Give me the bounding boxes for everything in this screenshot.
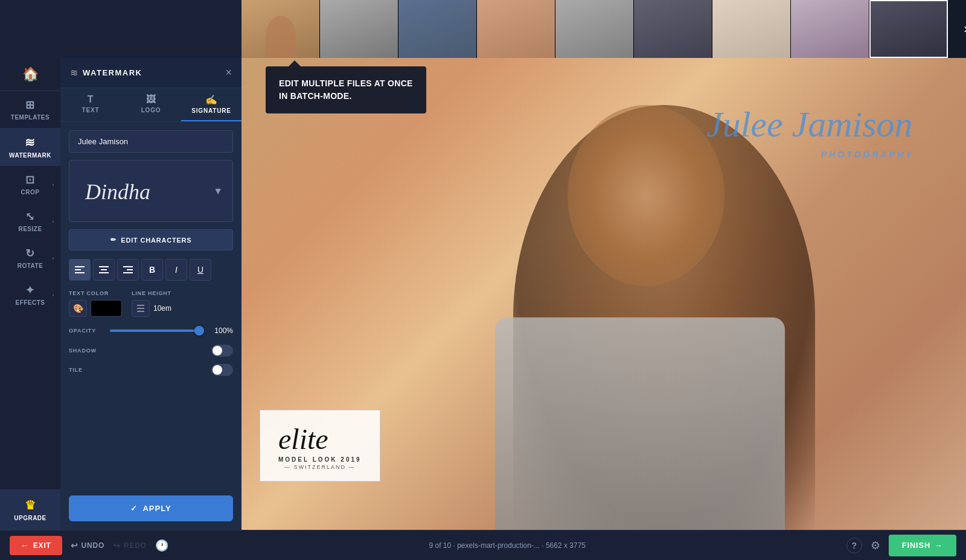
line-height-value: 10em	[153, 304, 171, 313]
batch-mode-tooltip: EDIT MULTIPLE FILES AT ONCE IN BATCH-MOD…	[266, 66, 426, 113]
signature-tab-icon: ✍	[205, 94, 218, 106]
rotate-arrow-icon: ›	[53, 255, 55, 261]
tab-text[interactable]: T TEXT	[60, 88, 121, 121]
elite-sub-text: MODEL LOOK 2019	[278, 456, 362, 463]
tooltip-line2: IN BATCH-MODE.	[279, 91, 352, 101]
resize-icon: ⤡	[25, 210, 35, 223]
signature-preview: Dindha	[79, 170, 176, 212]
file-info-text: 9 of 10 · pexels-mart-production-... · 5…	[429, 541, 586, 550]
help-button[interactable]: ?	[846, 538, 862, 553]
align-right-button[interactable]	[117, 259, 139, 281]
rotate-label: ROTATE	[18, 262, 43, 269]
exit-button[interactable]: ← EXIT	[10, 536, 62, 555]
align-left-button[interactable]	[69, 259, 91, 281]
text-color-group: TEXT COLOR 🎨	[69, 290, 122, 317]
close-panel-button[interactable]: ×	[225, 66, 232, 79]
underline-button[interactable]: U	[190, 259, 211, 281]
italic-button[interactable]: I	[165, 259, 187, 281]
rotate-icon: ↻	[25, 247, 35, 260]
signature-display[interactable]: Dindha ▼	[69, 160, 233, 222]
history-button[interactable]: 🕐	[155, 539, 168, 552]
opacity-value: 100%	[209, 326, 233, 335]
color-picker-button[interactable]: 🎨	[69, 300, 87, 317]
shadow-row: SHADOW	[69, 345, 233, 357]
redo-label: REDO	[124, 541, 147, 550]
tooltip-arrow	[289, 60, 301, 66]
redo-icon: ↪	[113, 541, 121, 550]
sidebar-item-crop[interactable]: ⊡ CROP ›	[0, 166, 60, 203]
templates-label: TEMPLATES	[11, 114, 50, 121]
pencil-icon: ✏	[110, 236, 117, 244]
sidebar-item-upgrade[interactable]: ♛ UPGRADE	[0, 489, 60, 530]
sidebar-item-templates[interactable]: ⊞ TEMPLATES	[0, 91, 60, 128]
exit-label: EXIT	[33, 541, 51, 550]
text-tab-label: TEXT	[82, 107, 100, 113]
tab-signature[interactable]: ✍ SIGNATURE	[181, 88, 242, 121]
opacity-row: OPACITY 100%	[69, 326, 233, 335]
tile-label: TILE	[69, 367, 83, 373]
thumbnail-2[interactable]	[320, 0, 398, 58]
tile-toggle-knob	[213, 365, 222, 375]
signature-tab-label: SIGNATURE	[191, 107, 231, 114]
tile-toggle[interactable]	[211, 364, 233, 376]
thumbnail-1[interactable]	[242, 0, 320, 58]
thumbnail-5[interactable]	[555, 0, 634, 58]
thumbnail-3[interactable]	[398, 0, 477, 58]
templates-icon: ⊞	[25, 98, 35, 112]
resize-label: RESIZE	[18, 226, 42, 232]
upgrade-label: UPGRADE	[14, 515, 46, 521]
sidebar-item-watermark[interactable]: ≋ WATERMARK	[0, 128, 60, 166]
watermark-panel-header: ≋ WATERMARK ×	[60, 58, 242, 88]
shadow-toggle[interactable]	[211, 345, 233, 357]
thumbnail-4[interactable]	[477, 0, 555, 58]
line-height-group: LINE HEIGHT 10em	[132, 290, 171, 317]
sidebar: 🏠 ⊞ TEMPLATES ≋ WATERMARK ⊡ CROP › ⤡ RE	[0, 58, 60, 530]
apply-label: APPLY	[142, 504, 171, 513]
upgrade-icon: ♛	[25, 498, 36, 512]
thumbnail-6[interactable]	[634, 0, 712, 58]
tab-logo[interactable]: 🖼 LOGO	[121, 88, 181, 121]
sidebar-item-rotate[interactable]: ↻ ROTATE ›	[0, 240, 60, 276]
undo-button[interactable]: ↩ UNDO	[71, 541, 104, 550]
effects-label: EFFECTS	[15, 299, 45, 306]
line-height-label: LINE HEIGHT	[132, 290, 171, 296]
opacity-slider[interactable]	[110, 329, 203, 332]
file-info: 9 of 10 · pexels-mart-production-... · 5…	[177, 541, 838, 550]
watermark-panel-title: WATERMARK	[83, 68, 142, 77]
shadow-label: SHADOW	[69, 348, 97, 354]
finish-label: FINISH	[902, 541, 930, 550]
thumbnail-9[interactable]	[869, 0, 948, 58]
settings-button[interactable]: ⚙	[871, 539, 880, 552]
line-height-icon-btn[interactable]	[132, 300, 150, 317]
elite-badge: elite MODEL LOOK 2019 — SWITZERLAND —	[260, 410, 380, 482]
effects-arrow-icon: ›	[53, 292, 55, 298]
redo-button[interactable]: ↪ REDO	[113, 541, 147, 550]
opacity-thumb[interactable]	[194, 326, 204, 336]
tile-row: TILE	[69, 364, 233, 376]
color-swatch[interactable]	[91, 300, 122, 317]
name-input[interactable]	[69, 130, 233, 153]
align-center-button[interactable]	[93, 259, 115, 281]
text-color-label: TEXT COLOR	[69, 290, 122, 296]
sidebar-item-home[interactable]: 🏠	[0, 58, 60, 91]
thumbnail-7[interactable]	[712, 0, 791, 58]
more-button[interactable]: ›	[948, 0, 966, 58]
logo-tab-label: LOGO	[141, 107, 161, 113]
undo-icon: ↩	[71, 541, 78, 550]
bold-button[interactable]: B	[141, 259, 163, 281]
panel-content: Dindha ▼ ✏ EDIT CHARACTERS	[60, 122, 242, 530]
edit-chars-label: EDIT CHARACTERS	[121, 237, 191, 244]
crop-label: CROP	[21, 189, 40, 196]
edit-characters-button[interactable]: ✏ EDIT CHARACTERS	[69, 229, 233, 250]
effects-icon: ✦	[25, 284, 35, 297]
sidebar-item-resize[interactable]: ⤡ RESIZE ›	[0, 203, 60, 240]
svg-text:Dindha: Dindha	[85, 180, 150, 204]
exit-arrow-icon: ←	[21, 541, 30, 550]
elite-country-text: — SWITZERLAND —	[278, 464, 362, 470]
apply-button[interactable]: ✓ APPLY	[69, 495, 233, 521]
signature-dropdown-icon[interactable]: ▼	[213, 186, 223, 197]
thumbnail-8[interactable]	[791, 0, 869, 58]
sidebar-item-effects[interactable]: ✦ EFFECTS ›	[0, 276, 60, 313]
resize-arrow-icon: ›	[53, 218, 55, 224]
finish-button[interactable]: FINISH →	[889, 535, 956, 556]
